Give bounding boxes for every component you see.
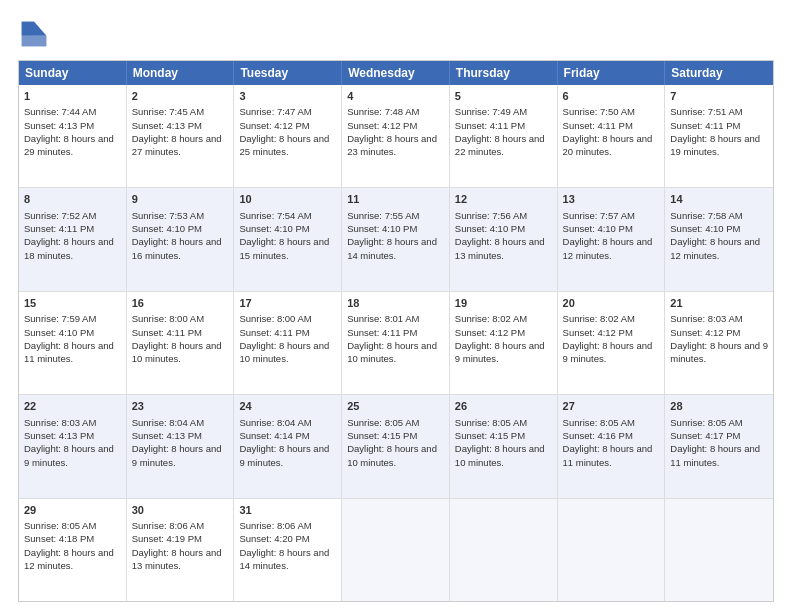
- daylight-text: Daylight: 8 hours and 20 minutes.: [563, 133, 653, 157]
- sunrise-text: Sunrise: 7:56 AM: [455, 210, 527, 221]
- day-cell-29: 29Sunrise: 8:05 AMSunset: 4:18 PMDayligh…: [19, 499, 127, 601]
- daylight-text: Daylight: 8 hours and 10 minutes.: [455, 443, 545, 467]
- calendar-row-0: 1Sunrise: 7:44 AMSunset: 4:13 PMDaylight…: [19, 85, 773, 187]
- day-number: 4: [347, 89, 444, 104]
- day-header-wednesday: Wednesday: [342, 61, 450, 85]
- daylight-text: Daylight: 8 hours and 18 minutes.: [24, 236, 114, 260]
- daylight-text: Daylight: 8 hours and 10 minutes.: [347, 443, 437, 467]
- sunrise-text: Sunrise: 7:54 AM: [239, 210, 311, 221]
- day-number: 18: [347, 296, 444, 311]
- day-cell-15: 15Sunrise: 7:59 AMSunset: 4:10 PMDayligh…: [19, 292, 127, 394]
- sunset-text: Sunset: 4:12 PM: [455, 327, 525, 338]
- calendar-header: SundayMondayTuesdayWednesdayThursdayFrid…: [19, 61, 773, 85]
- day-number: 28: [670, 399, 768, 414]
- day-cell-27: 27Sunrise: 8:05 AMSunset: 4:16 PMDayligh…: [558, 395, 666, 497]
- sunset-text: Sunset: 4:14 PM: [239, 430, 309, 441]
- day-cell-7: 7Sunrise: 7:51 AMSunset: 4:11 PMDaylight…: [665, 85, 773, 187]
- sunset-text: Sunset: 4:12 PM: [239, 120, 309, 131]
- day-cell-10: 10Sunrise: 7:54 AMSunset: 4:10 PMDayligh…: [234, 188, 342, 290]
- sunset-text: Sunset: 4:20 PM: [239, 533, 309, 544]
- calendar-row-1: 8Sunrise: 7:52 AMSunset: 4:11 PMDaylight…: [19, 187, 773, 290]
- sunrise-text: Sunrise: 7:57 AM: [563, 210, 635, 221]
- day-number: 8: [24, 192, 121, 207]
- daylight-text: Daylight: 8 hours and 9 minutes.: [563, 340, 653, 364]
- day-cell-16: 16Sunrise: 8:00 AMSunset: 4:11 PMDayligh…: [127, 292, 235, 394]
- day-number: 31: [239, 503, 336, 518]
- daylight-text: Daylight: 8 hours and 29 minutes.: [24, 133, 114, 157]
- daylight-text: Daylight: 8 hours and 12 minutes.: [670, 236, 760, 260]
- sunset-text: Sunset: 4:15 PM: [455, 430, 525, 441]
- day-cell-9: 9Sunrise: 7:53 AMSunset: 4:10 PMDaylight…: [127, 188, 235, 290]
- day-number: 23: [132, 399, 229, 414]
- day-number: 2: [132, 89, 229, 104]
- day-number: 20: [563, 296, 660, 311]
- sunrise-text: Sunrise: 7:50 AM: [563, 106, 635, 117]
- sunrise-text: Sunrise: 8:03 AM: [670, 313, 742, 324]
- day-number: 29: [24, 503, 121, 518]
- sunset-text: Sunset: 4:19 PM: [132, 533, 202, 544]
- daylight-text: Daylight: 8 hours and 12 minutes.: [24, 547, 114, 571]
- day-number: 6: [563, 89, 660, 104]
- day-cell-17: 17Sunrise: 8:00 AMSunset: 4:11 PMDayligh…: [234, 292, 342, 394]
- sunset-text: Sunset: 4:10 PM: [455, 223, 525, 234]
- sunrise-text: Sunrise: 8:03 AM: [24, 417, 96, 428]
- daylight-text: Daylight: 8 hours and 27 minutes.: [132, 133, 222, 157]
- day-header-sunday: Sunday: [19, 61, 127, 85]
- sunset-text: Sunset: 4:10 PM: [239, 223, 309, 234]
- day-cell-14: 14Sunrise: 7:58 AMSunset: 4:10 PMDayligh…: [665, 188, 773, 290]
- daylight-text: Daylight: 8 hours and 9 minutes.: [132, 443, 222, 467]
- sunrise-text: Sunrise: 7:48 AM: [347, 106, 419, 117]
- sunrise-text: Sunrise: 8:00 AM: [132, 313, 204, 324]
- day-number: 9: [132, 192, 229, 207]
- sunrise-text: Sunrise: 7:47 AM: [239, 106, 311, 117]
- daylight-text: Daylight: 8 hours and 15 minutes.: [239, 236, 329, 260]
- day-header-tuesday: Tuesday: [234, 61, 342, 85]
- day-cell-20: 20Sunrise: 8:02 AMSunset: 4:12 PMDayligh…: [558, 292, 666, 394]
- day-cell-21: 21Sunrise: 8:03 AMSunset: 4:12 PMDayligh…: [665, 292, 773, 394]
- sunrise-text: Sunrise: 8:01 AM: [347, 313, 419, 324]
- daylight-text: Daylight: 8 hours and 13 minutes.: [455, 236, 545, 260]
- sunset-text: Sunset: 4:11 PM: [24, 223, 94, 234]
- svg-rect-1: [22, 22, 34, 36]
- calendar-row-2: 15Sunrise: 7:59 AMSunset: 4:10 PMDayligh…: [19, 291, 773, 394]
- svg-rect-2: [22, 36, 47, 47]
- sunset-text: Sunset: 4:18 PM: [24, 533, 94, 544]
- daylight-text: Daylight: 8 hours and 19 minutes.: [670, 133, 760, 157]
- sunset-text: Sunset: 4:10 PM: [24, 327, 94, 338]
- sunset-text: Sunset: 4:12 PM: [347, 120, 417, 131]
- sunset-text: Sunset: 4:11 PM: [239, 327, 309, 338]
- calendar-row-4: 29Sunrise: 8:05 AMSunset: 4:18 PMDayligh…: [19, 498, 773, 601]
- daylight-text: Daylight: 8 hours and 22 minutes.: [455, 133, 545, 157]
- sunrise-text: Sunrise: 7:44 AM: [24, 106, 96, 117]
- sunset-text: Sunset: 4:12 PM: [563, 327, 633, 338]
- daylight-text: Daylight: 8 hours and 11 minutes.: [563, 443, 653, 467]
- day-cell-31: 31Sunrise: 8:06 AMSunset: 4:20 PMDayligh…: [234, 499, 342, 601]
- daylight-text: Daylight: 8 hours and 14 minutes.: [347, 236, 437, 260]
- daylight-text: Daylight: 8 hours and 11 minutes.: [24, 340, 114, 364]
- daylight-text: Daylight: 8 hours and 16 minutes.: [132, 236, 222, 260]
- sunrise-text: Sunrise: 8:05 AM: [455, 417, 527, 428]
- sunset-text: Sunset: 4:11 PM: [563, 120, 633, 131]
- day-number: 30: [132, 503, 229, 518]
- sunset-text: Sunset: 4:13 PM: [132, 120, 202, 131]
- sunrise-text: Sunrise: 8:02 AM: [563, 313, 635, 324]
- day-number: 24: [239, 399, 336, 414]
- sunset-text: Sunset: 4:10 PM: [670, 223, 740, 234]
- sunset-text: Sunset: 4:10 PM: [563, 223, 633, 234]
- day-number: 5: [455, 89, 552, 104]
- day-cell-6: 6Sunrise: 7:50 AMSunset: 4:11 PMDaylight…: [558, 85, 666, 187]
- sunrise-text: Sunrise: 8:05 AM: [24, 520, 96, 531]
- empty-cell: [342, 499, 450, 601]
- sunrise-text: Sunrise: 8:06 AM: [239, 520, 311, 531]
- day-number: 14: [670, 192, 768, 207]
- daylight-text: Daylight: 8 hours and 23 minutes.: [347, 133, 437, 157]
- sunset-text: Sunset: 4:10 PM: [132, 223, 202, 234]
- day-number: 7: [670, 89, 768, 104]
- day-number: 3: [239, 89, 336, 104]
- sunrise-text: Sunrise: 7:58 AM: [670, 210, 742, 221]
- day-number: 21: [670, 296, 768, 311]
- sunset-text: Sunset: 4:13 PM: [24, 120, 94, 131]
- empty-cell: [558, 499, 666, 601]
- day-number: 12: [455, 192, 552, 207]
- day-cell-25: 25Sunrise: 8:05 AMSunset: 4:15 PMDayligh…: [342, 395, 450, 497]
